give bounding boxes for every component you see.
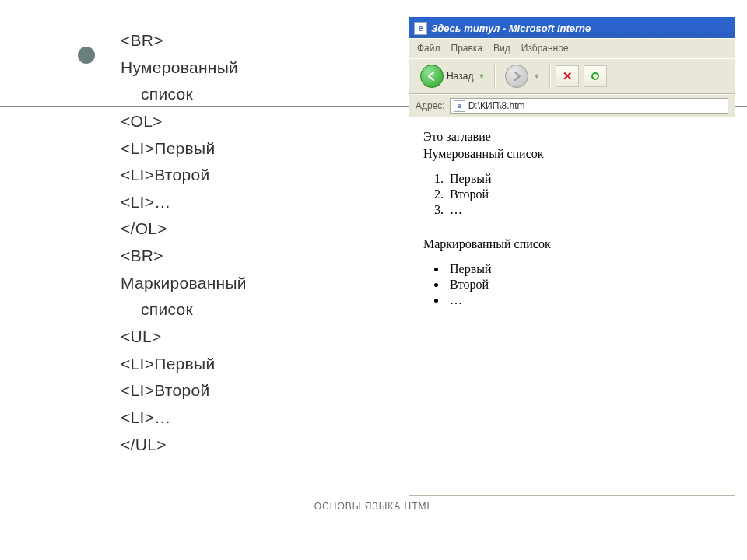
unordered-list-title: Маркированный список: [423, 237, 721, 251]
menu-edit[interactable]: Правка: [451, 43, 483, 54]
bullet-marker: [78, 47, 95, 64]
slide: <BR> Нумерованный список <OL> <LI>Первый…: [0, 0, 747, 560]
list-item: Второй: [447, 278, 721, 292]
code-pane: <BR> Нумерованный список <OL> <LI>Первый…: [121, 27, 374, 458]
ordered-list: Первый Второй …: [447, 172, 721, 217]
back-label: Назад: [447, 71, 473, 82]
back-arrow-icon: [420, 65, 444, 88]
list-item: …: [447, 293, 721, 307]
code-line: <LI>Первый: [121, 135, 374, 163]
chevron-down-icon: ▼: [533, 72, 540, 80]
ordered-list-title: Нумерованный список: [423, 147, 721, 161]
code-line: <LI>…: [121, 189, 374, 216]
code-line: <LI>…: [121, 404, 374, 432]
code-line: Нумерованный: [121, 54, 374, 82]
browser-window: e Здесь титул - Microsoft Interne Файл П…: [409, 17, 735, 468]
list-item: Первый: [447, 172, 721, 186]
page-icon: e: [454, 100, 465, 112]
footer-caption: ОСНОВЫ ЯЗЫКА HTML: [0, 501, 747, 512]
code-line: <LI>Второй: [121, 377, 374, 404]
address-value: D:\КИП\8.htm: [468, 100, 525, 111]
forward-button[interactable]: ▼: [500, 65, 545, 88]
titlebar: e Здесь титул - Microsoft Interne: [409, 17, 735, 38]
code-line: <OL>: [121, 108, 374, 135]
address-input[interactable]: e D:\КИП\8.htm: [450, 98, 728, 114]
list-item: Второй: [447, 187, 721, 201]
separator: [549, 65, 551, 88]
menu-file[interactable]: Файл: [417, 43, 440, 54]
chevron-down-icon: ▼: [478, 72, 485, 80]
code-line: <BR>: [121, 243, 374, 270]
page-body: Это заглавие Нумерованный список Первый …: [409, 117, 735, 496]
toolbar: Назад ▼ ▼ ✕: [409, 58, 735, 94]
code-line: <BR>: [121, 27, 374, 54]
code-line: <LI>Второй: [121, 162, 374, 189]
separator: [494, 65, 496, 88]
refresh-button[interactable]: [584, 65, 607, 87]
address-label: Адрес:: [416, 100, 445, 111]
unordered-list: Первый Второй …: [447, 262, 721, 307]
back-button[interactable]: Назад ▼: [416, 65, 489, 88]
window-title: Здесь титул - Microsoft Interne: [431, 23, 591, 34]
code-line: Маркированный: [121, 270, 374, 297]
stop-button[interactable]: ✕: [556, 65, 579, 87]
code-line: <UL>: [121, 324, 374, 351]
menu-view[interactable]: Вид: [493, 43, 510, 54]
code-line: <LI>Первый: [121, 351, 374, 378]
page-heading: Это заглавие: [423, 130, 721, 144]
menubar: Файл Правка Вид Избранное: [409, 38, 735, 58]
forward-arrow-icon: [505, 65, 528, 88]
address-bar: Адрес: e D:\КИП\8.htm: [409, 94, 735, 117]
code-line: список: [121, 296, 374, 324]
code-line: список: [121, 81, 374, 108]
page-icon: e: [414, 22, 427, 35]
menu-favorites[interactable]: Избранное: [521, 43, 569, 54]
code-line: </OL>: [121, 215, 374, 243]
list-item: Первый: [447, 262, 721, 276]
list-item: …: [447, 203, 721, 217]
code-line: </UL>: [121, 432, 374, 459]
